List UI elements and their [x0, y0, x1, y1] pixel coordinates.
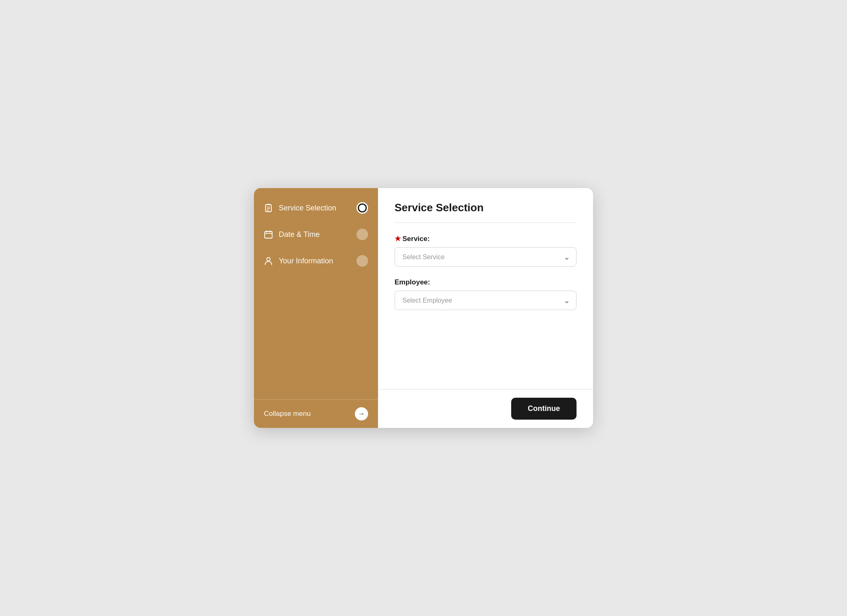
- page-title: Service Selection: [395, 201, 577, 223]
- main-content: Service Selection ★ Service: Select Serv…: [378, 188, 593, 428]
- sidebar-item-your-information[interactable]: Your Information: [254, 248, 378, 274]
- calendar-icon: [264, 230, 273, 239]
- employee-select-wrapper: Select Employee ⌄: [395, 291, 577, 310]
- service-selection-label: Service Selection: [279, 204, 336, 212]
- sidebar-item-left: Date & Time: [264, 230, 320, 239]
- continue-button[interactable]: Continue: [511, 398, 577, 420]
- sidebar-item-date-time[interactable]: Date & Time: [254, 221, 378, 248]
- sidebar-item-left: Service Selection: [264, 203, 336, 212]
- employee-select[interactable]: Select Employee: [395, 291, 577, 310]
- service-select[interactable]: Select Service: [395, 247, 577, 267]
- employee-label-text: Employee:: [395, 278, 430, 287]
- sidebar-footer[interactable]: Collapse menu →: [254, 399, 378, 428]
- svg-rect-1: [267, 204, 270, 205]
- service-label-text: Service:: [402, 235, 430, 243]
- collapse-menu-button[interactable]: →: [355, 407, 368, 420]
- svg-rect-5: [265, 232, 272, 238]
- sidebar-items: Service Selection: [254, 188, 378, 399]
- svg-point-9: [267, 258, 270, 261]
- sidebar-item-service-selection[interactable]: Service Selection: [254, 195, 378, 221]
- main-footer: Continue: [378, 389, 593, 428]
- toggle-active-ring: [358, 203, 367, 212]
- sidebar: Service Selection: [254, 188, 378, 428]
- date-time-label: Date & Time: [279, 230, 320, 239]
- person-icon: [264, 256, 273, 265]
- your-information-label: Your Information: [279, 257, 333, 265]
- employee-label: Employee:: [395, 278, 577, 287]
- service-required-star: ★: [395, 234, 401, 243]
- your-information-toggle: [357, 255, 368, 267]
- modal-container: Service Selection: [254, 188, 593, 428]
- service-form-group: ★ Service: Select Service ⌄: [395, 234, 577, 267]
- collapse-menu-label: Collapse menu: [264, 410, 311, 418]
- date-time-toggle: [357, 229, 368, 240]
- arrow-right-icon: →: [358, 410, 365, 418]
- service-label: ★ Service:: [395, 234, 577, 243]
- service-select-wrapper: Select Service ⌄: [395, 247, 577, 267]
- sidebar-item-left: Your Information: [264, 256, 333, 265]
- service-selection-toggle: [357, 202, 368, 214]
- employee-form-group: Employee: Select Employee ⌄: [395, 278, 577, 310]
- clipboard-icon: [264, 203, 273, 212]
- main-body: Service Selection ★ Service: Select Serv…: [378, 188, 593, 389]
